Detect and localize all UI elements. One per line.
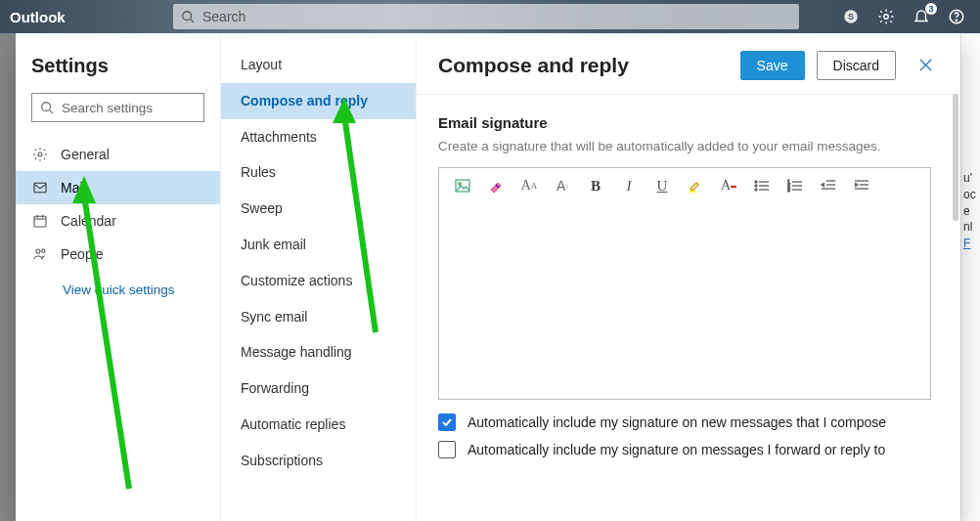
- peek-text: nl: [963, 219, 978, 236]
- number-list-icon[interactable]: 123: [787, 178, 803, 194]
- nav-label: General: [61, 147, 110, 162]
- font-family-icon[interactable]: AA: [521, 178, 537, 194]
- nav-label: Mail: [61, 180, 86, 195]
- svg-point-9: [38, 152, 42, 156]
- gear-icon: [31, 147, 49, 162]
- bullet-list-icon[interactable]: [754, 178, 770, 194]
- checkbox-icon: [438, 441, 456, 458]
- skype-icon[interactable]: S: [841, 7, 861, 26]
- notification-badge: 3: [925, 3, 937, 15]
- people-icon: [31, 246, 49, 262]
- calendar-icon: [31, 213, 49, 229]
- settings-nav: General Mail Calendar People: [16, 132, 220, 271]
- settings-submenu: Layout Compose and reply Attachments Rul…: [221, 33, 417, 521]
- svg-line-8: [50, 110, 54, 114]
- header-actions: S 3: [841, 7, 980, 26]
- font-size-icon[interactable]: A◦: [555, 178, 570, 194]
- submenu-sync-email[interactable]: Sync email: [221, 299, 416, 335]
- background-peek-right: u' oc e nl F: [960, 33, 980, 521]
- italic-icon[interactable]: I: [621, 178, 637, 194]
- svg-point-20: [459, 183, 462, 186]
- check-forward-reply[interactable]: Automatically include my signature on me…: [438, 441, 931, 458]
- settings-detail: Compose and reply Save Discard Email sig…: [417, 33, 960, 521]
- check-label: Automatically include my signature on ne…: [468, 414, 886, 430]
- submenu-subscriptions[interactable]: Subscriptions: [221, 443, 416, 479]
- outdent-icon[interactable]: [821, 178, 836, 194]
- insert-image-icon[interactable]: [455, 178, 470, 194]
- app-brand: Outlook: [0, 9, 171, 25]
- detail-header: Compose and reply Save Discard: [417, 33, 960, 94]
- detail-body: Email signature Create a signature that …: [417, 94, 960, 521]
- svg-rect-10: [34, 183, 46, 192]
- svg-text:S: S: [848, 12, 854, 22]
- svg-point-16: [42, 249, 45, 252]
- mail-icon: [31, 180, 49, 195]
- indent-icon[interactable]: [854, 178, 869, 194]
- signature-options: Automatically include my signature on ne…: [438, 400, 931, 478]
- peek-text: u': [963, 170, 978, 187]
- app-header: Outlook Search S 3: [0, 0, 980, 33]
- submenu-attachments[interactable]: Attachments: [221, 119, 416, 155]
- detail-scrollbar[interactable]: [949, 88, 960, 521]
- submenu-compose-and-reply[interactable]: Compose and reply: [221, 83, 416, 119]
- nav-calendar[interactable]: Calendar: [16, 204, 220, 238]
- svg-point-15: [36, 249, 40, 253]
- signature-section-title: Email signature: [438, 99, 931, 139]
- nav-mail[interactable]: Mail: [16, 171, 220, 204]
- svg-point-26: [755, 189, 757, 191]
- check-label: Automatically include my signature on me…: [468, 442, 885, 457]
- detail-title: Compose and reply: [438, 54, 729, 77]
- signature-textarea[interactable]: [439, 203, 930, 399]
- editor-toolbar: AA A◦ B I U A 123: [439, 168, 930, 203]
- svg-point-22: [755, 181, 757, 183]
- view-quick-settings-link[interactable]: View quick settings: [16, 271, 220, 297]
- submenu-forwarding[interactable]: Forwarding: [221, 370, 416, 407]
- svg-line-1: [191, 20, 195, 23]
- underline-icon[interactable]: U: [654, 178, 670, 194]
- peek-link[interactable]: F: [963, 237, 970, 250]
- settings-title: Settings: [16, 33, 220, 87]
- scrollbar-thumb[interactable]: [953, 94, 958, 221]
- svg-text:3: 3: [787, 187, 790, 193]
- nav-label: People: [61, 246, 104, 262]
- svg-rect-11: [34, 216, 46, 227]
- svg-rect-21: [690, 191, 695, 193]
- global-search-placeholder: Search: [202, 9, 245, 24]
- peek-text: e: [963, 203, 978, 220]
- close-button[interactable]: [912, 58, 939, 74]
- svg-point-7: [42, 103, 51, 111]
- nav-label: Calendar: [61, 213, 116, 229]
- settings-sidebar: Settings Search settings General Mail: [16, 33, 221, 521]
- svg-point-0: [183, 12, 192, 21]
- font-color-icon[interactable]: A: [721, 178, 736, 194]
- submenu-sweep[interactable]: Sweep: [221, 191, 416, 227]
- notifications-icon[interactable]: 3: [912, 7, 931, 26]
- submenu-automatic-replies[interactable]: Automatic replies: [221, 407, 416, 443]
- close-icon: [919, 59, 932, 71]
- svg-point-4: [884, 15, 889, 20]
- bold-icon[interactable]: B: [588, 178, 603, 194]
- global-search[interactable]: Search: [173, 4, 799, 29]
- submenu-layout[interactable]: Layout: [221, 47, 416, 83]
- background-strip-left: [0, 33, 16, 521]
- nav-people[interactable]: People: [16, 238, 220, 271]
- submenu-customize-actions[interactable]: Customize actions: [221, 263, 416, 299]
- settings-search-ph: Search settings: [62, 101, 153, 115]
- svg-point-6: [956, 20, 957, 21]
- submenu-junk-email[interactable]: Junk email: [221, 227, 416, 263]
- clear-format-icon[interactable]: [488, 178, 504, 194]
- help-icon[interactable]: [947, 7, 966, 26]
- check-new-messages[interactable]: Automatically include my signature on ne…: [438, 413, 931, 431]
- peek-text: oc: [963, 187, 978, 203]
- search-icon: [40, 101, 54, 114]
- submenu-rules[interactable]: Rules: [221, 154, 416, 191]
- settings-search[interactable]: Search settings: [31, 93, 204, 122]
- discard-button[interactable]: Discard: [817, 51, 896, 80]
- nav-general[interactable]: General: [16, 138, 220, 171]
- highlight-icon[interactable]: [688, 178, 703, 194]
- save-button[interactable]: Save: [740, 51, 805, 80]
- svg-point-24: [755, 185, 757, 187]
- submenu-message-handling[interactable]: Message handling: [221, 334, 416, 370]
- settings-panel: Settings Search settings General Mail: [16, 33, 960, 521]
- settings-gear-icon[interactable]: [876, 7, 896, 26]
